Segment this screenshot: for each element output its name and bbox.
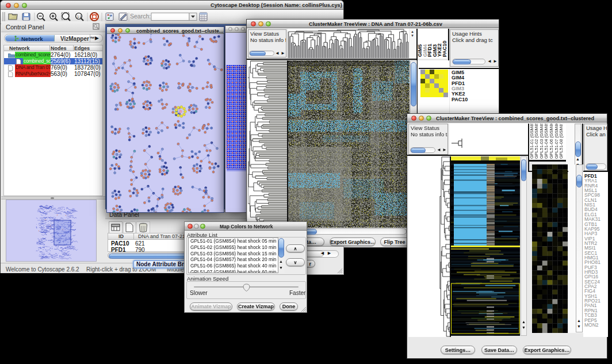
svg-text:1:1: 1:1 [77, 15, 82, 18]
svg-text:Search:: Search: [130, 13, 151, 20]
svg-text:GPL51-08 (GSM872): GPL51-08 (GSM872) [559, 124, 564, 159]
svg-text:PAC10: PAC10 [442, 41, 447, 57]
